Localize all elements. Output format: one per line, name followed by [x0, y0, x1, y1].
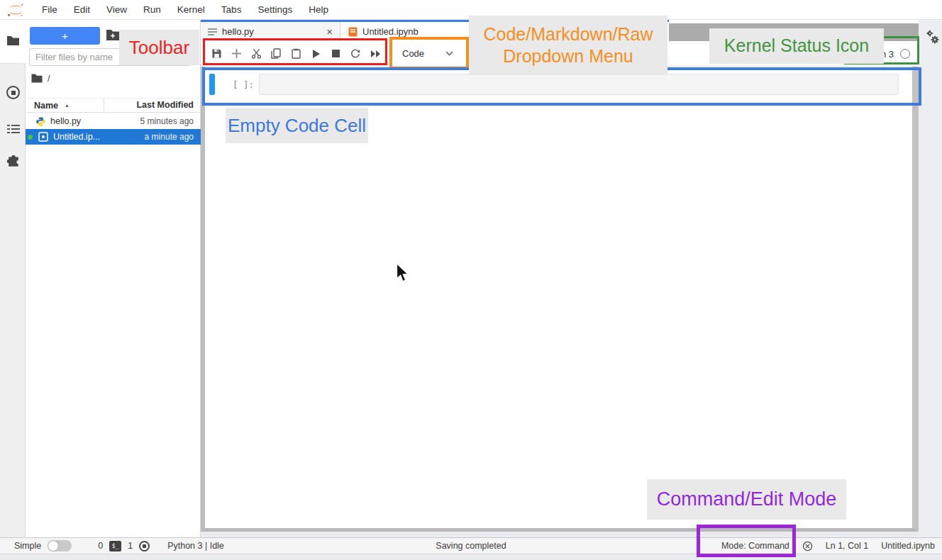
menu-help[interactable]: Help: [309, 4, 328, 15]
breadcrumb[interactable]: /: [31, 72, 50, 84]
menu-view[interactable]: View: [106, 4, 127, 15]
sort-caret-icon: ▲: [65, 103, 70, 108]
menu-kernel[interactable]: Kernel: [177, 4, 205, 15]
running-kernels-icon[interactable]: [6, 86, 20, 99]
file-browser-panel: + / Name ▲ Last Modified hello.py 5 mi: [26, 20, 201, 537]
tab-label: Untitled.ipynb: [362, 26, 419, 37]
file-name: hello.py: [46, 116, 140, 126]
table-of-contents-icon[interactable]: [6, 122, 20, 135]
status-bar: Simple 0 $_ 1 Python 3 | Idle Saving com…: [0, 537, 942, 554]
python-file-icon: [35, 116, 46, 127]
sort-by-name-header[interactable]: Name ▲: [26, 99, 104, 112]
close-tab-icon[interactable]: ×: [326, 26, 333, 38]
new-folder-icon[interactable]: [106, 29, 120, 42]
simple-mode-toggle[interactable]: [48, 540, 72, 551]
new-launcher-button[interactable]: +: [30, 27, 100, 45]
saving-status: Saving completed: [298, 541, 644, 551]
file-browser-icon[interactable]: [6, 34, 20, 47]
menu-edit[interactable]: Edit: [74, 4, 90, 15]
menu-run[interactable]: Run: [143, 4, 161, 15]
file-row-untitled-ipynb[interactable]: Untitled.ip... a minute ago: [26, 129, 201, 145]
file-name: Untitled.ip...: [49, 132, 145, 142]
sort-by-modified-header[interactable]: Last Modified: [104, 99, 201, 112]
annotation-kernel-label: Kernel Status Icon: [709, 28, 884, 64]
menu-tabs[interactable]: Tabs: [221, 4, 242, 15]
notebook-file-icon: [38, 132, 49, 142]
simple-mode-label: Simple: [14, 541, 41, 551]
annotation-toolbar-rect: [203, 38, 387, 65]
trust-indicator-icon[interactable]: [802, 541, 813, 551]
activity-bar: [0, 20, 26, 537]
name-column-label: Name: [34, 101, 58, 111]
file-modified: a minute ago: [145, 132, 201, 142]
extension-manager-icon[interactable]: [6, 155, 20, 168]
annotation-toolbar-label: Toolbar: [119, 30, 199, 65]
terminal-count[interactable]: 0: [98, 541, 103, 551]
annotation-mode-rect: [697, 525, 796, 557]
cursor-position-indicator[interactable]: Ln 1, Col 1: [826, 541, 868, 551]
annotation-dropdown-label: Code/Markdown/Raw Dropdown Menu: [469, 16, 667, 75]
text-file-icon: [208, 28, 217, 36]
terminal-icon: $_: [109, 541, 121, 551]
kernel-count[interactable]: 1: [128, 541, 133, 551]
menu-file[interactable]: File: [42, 4, 57, 15]
file-modified: 5 minutes ago: [140, 116, 201, 126]
annotation-mode-label: Command/Edit Mode: [647, 479, 846, 520]
jupyterlab-window: File Edit View Run Kernel Tabs Settings …: [0, 0, 942, 560]
kernel-running-dot: [28, 135, 33, 140]
tab-label: hello.py: [222, 26, 254, 37]
home-folder-icon: [31, 74, 43, 83]
jupyter-logo-icon: [7, 3, 26, 17]
breadcrumb-root[interactable]: /: [48, 73, 50, 84]
annotation-cell-label: Empty Code Cell: [226, 108, 368, 143]
menu-settings[interactable]: Settings: [257, 4, 292, 15]
annotation-dropdown-rect: [389, 37, 469, 69]
property-inspector-gears-icon[interactable]: [926, 30, 940, 45]
kernel-sessions-icon: [139, 541, 150, 551]
kernel-status-text[interactable]: Python 3 | Idle: [167, 541, 224, 551]
file-list-header: Name ▲ Last Modified: [26, 98, 201, 113]
mouse-cursor: [396, 264, 409, 283]
active-file-indicator: Untitled.ipynb: [881, 541, 935, 551]
file-row-hello-py[interactable]: hello.py 5 minutes ago: [26, 113, 201, 129]
right-gutter: [919, 20, 942, 537]
notebook-icon: [348, 27, 358, 37]
